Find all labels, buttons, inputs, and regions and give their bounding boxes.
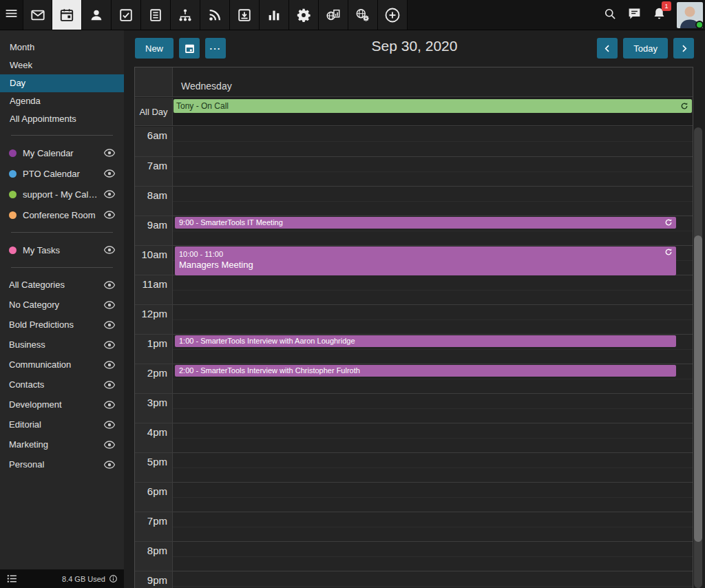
app-tab-mail[interactable] (23, 0, 52, 30)
eye-icon[interactable] (104, 461, 115, 469)
eye-icon[interactable] (104, 190, 115, 198)
sidebar-category-item[interactable]: Communication (0, 355, 124, 375)
app-tab-org-chart[interactable] (171, 0, 200, 30)
app-tab-tasks[interactable] (112, 0, 141, 30)
calendar-event[interactable]: 1:00 - SmarterTools Interview with Aaron… (175, 335, 676, 347)
sidebar-category-item[interactable]: Contacts (0, 375, 124, 395)
eye-icon[interactable] (104, 401, 115, 409)
time-slot-11am[interactable] (173, 275, 693, 304)
time-slot-6am[interactable] (173, 127, 693, 156)
notifications-button[interactable]: 1 (652, 6, 666, 23)
time-slot-8pm[interactable] (173, 541, 693, 571)
app-tab-reports[interactable] (260, 0, 289, 30)
sidebar-view-day[interactable]: Day (0, 74, 124, 92)
time-slot-3pm[interactable] (173, 393, 693, 423)
list-view-icon[interactable] (6, 573, 18, 585)
eye-icon[interactable] (104, 149, 115, 157)
new-button[interactable]: New (135, 38, 173, 59)
time-slot-4pm[interactable] (173, 423, 693, 452)
previous-day-button[interactable] (597, 38, 618, 59)
sidebar-category-item[interactable]: All Categories (0, 275, 124, 295)
eye-icon[interactable] (104, 341, 115, 349)
more-options-button[interactable]: ... (205, 38, 226, 59)
all-day-event[interactable]: Tony - On Call (173, 99, 692, 113)
notification-badge: 1 (662, 1, 671, 11)
sidebar-tasklist-item[interactable]: My Tasks (0, 240, 124, 260)
today-button[interactable]: Today (623, 38, 668, 59)
eye-icon[interactable] (104, 321, 115, 329)
hour-row-7pm: 7pm (135, 512, 693, 541)
eye-icon[interactable] (104, 169, 115, 178)
sidebar-category-item[interactable]: Personal (0, 454, 124, 474)
eye-icon[interactable] (104, 421, 115, 429)
sidebar-calendar-item[interactable]: Conference Room (0, 204, 124, 225)
menu-toggle-button[interactable] (0, 0, 23, 30)
calendar-event[interactable]: 2:00 - SmarterTools Interview with Chris… (175, 365, 676, 377)
time-slot-6pm[interactable] (173, 482, 693, 512)
sidebar-category-item[interactable]: Bold Predictions (0, 315, 124, 335)
app-tab-settings[interactable] (289, 0, 319, 30)
app-tab-domain-settings[interactable] (348, 0, 378, 30)
eye-icon[interactable] (104, 441, 115, 449)
sidebar-calendar-item[interactable]: support - My Calend... (0, 184, 124, 204)
sidebar-view-agenda[interactable]: Agenda (0, 92, 124, 110)
time-slot-12pm[interactable] (173, 304, 693, 334)
time-slot-7am[interactable] (173, 156, 693, 186)
org-chart-icon (178, 8, 193, 23)
search-button[interactable] (603, 7, 617, 23)
main-panel: New ... Sep 30, 2020 Today (124, 30, 705, 588)
calendar-color-dot (9, 211, 17, 219)
date-picker-button[interactable] (179, 38, 200, 59)
next-day-button[interactable] (673, 38, 694, 59)
storage-used-label: 8.4 GB Used (62, 575, 105, 583)
chevron-left-icon (602, 43, 613, 54)
avatar[interactable] (677, 2, 703, 28)
app-tab-calendar[interactable] (52, 0, 82, 30)
sidebar-category-item[interactable]: Marketing (0, 434, 124, 454)
eye-icon[interactable] (104, 211, 115, 219)
eye-icon[interactable] (104, 281, 115, 289)
scrollbar-thumb[interactable] (694, 235, 702, 542)
time-slot-5pm[interactable] (173, 452, 693, 482)
calendar-event[interactable]: 9:00 - SmarterTools IT Meeting (175, 217, 676, 229)
sidebar-calendar-item[interactable]: My Calendar (0, 143, 124, 163)
time-slot-8am[interactable] (173, 186, 693, 216)
eye-icon[interactable] (104, 301, 115, 309)
divider (11, 232, 113, 233)
item-label: All Categories (9, 280, 100, 290)
reports-icon (266, 8, 282, 23)
app-tab-notes[interactable] (141, 0, 171, 30)
sidebar-category-item[interactable]: Development (0, 395, 124, 414)
eye-icon[interactable] (104, 381, 115, 389)
calendar-event[interactable]: 10:00 - 11:00Managers Meeting (175, 246, 676, 275)
time-label: 7pm (135, 512, 173, 541)
app-tab-file-storage[interactable] (230, 0, 260, 30)
sidebar-view-week[interactable]: Week (0, 56, 124, 74)
day-header-row: Wednesday (135, 67, 693, 97)
category-list: All CategoriesNo CategoryBold Prediction… (0, 275, 124, 474)
app-tab-add[interactable] (378, 0, 408, 30)
sidebar-category-item[interactable]: Business (0, 335, 124, 355)
sidebar-category-item[interactable]: No Category (0, 295, 124, 315)
top-bar: 1 (0, 0, 705, 30)
chat-button[interactable] (627, 6, 642, 23)
all-day-events-area[interactable]: Tony - On Call (173, 98, 693, 125)
hour-row-4pm: 4pm (135, 423, 693, 452)
info-icon[interactable] (109, 574, 118, 583)
time-label: 1pm (135, 334, 173, 364)
app-tab-rss-feeds[interactable] (200, 0, 230, 30)
sidebar-view-month[interactable]: Month (0, 39, 124, 56)
vertical-scrollbar[interactable] (694, 127, 702, 588)
app-tab-domain-reports[interactable] (319, 0, 348, 30)
time-slot-9pm[interactable] (173, 571, 693, 588)
time-slot-7pm[interactable] (173, 512, 693, 541)
hour-row-6am: 6am (135, 127, 693, 156)
sidebar-category-item[interactable]: Editorial (0, 414, 124, 434)
sidebar: MonthWeekDayAgendaAll Appointments My Ca… (0, 30, 124, 588)
sidebar-calendar-item[interactable]: PTO Calendar (0, 163, 124, 184)
chat-icon (627, 6, 642, 23)
app-tab-contacts[interactable] (82, 0, 112, 30)
eye-icon[interactable] (104, 246, 115, 254)
eye-icon[interactable] (104, 361, 115, 369)
sidebar-view-all-appointments[interactable]: All Appointments (0, 110, 124, 128)
